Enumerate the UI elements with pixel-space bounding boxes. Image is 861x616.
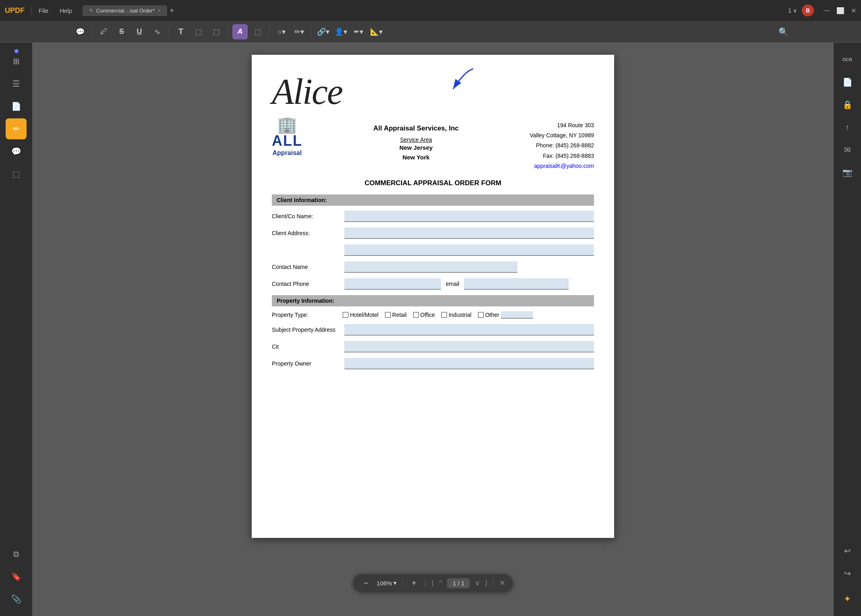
ai-assistant-btn[interactable]: ✦ xyxy=(837,589,858,610)
snapshot-btn[interactable]: 📷 xyxy=(837,162,858,183)
redo-btn[interactable]: ↪ xyxy=(837,563,858,584)
sidebar-pages[interactable]: 📄 xyxy=(6,96,27,117)
other-checkbox[interactable] xyxy=(478,312,484,318)
contact-phone-field[interactable] xyxy=(344,278,441,289)
sidebar-edit[interactable]: ✏ xyxy=(6,118,27,139)
subject-address-field[interactable] xyxy=(344,324,594,335)
user-avatar[interactable]: B xyxy=(802,4,814,17)
sidebar-toc[interactable]: ☰ xyxy=(6,73,27,94)
industrial-checkbox[interactable] xyxy=(441,312,447,318)
checkbox-industrial: Industrial xyxy=(441,312,472,318)
ocr-btn[interactable]: OCR xyxy=(837,49,858,70)
office-label: Office xyxy=(420,312,435,318)
form-row-contact-phone: Contact Phone email xyxy=(272,278,594,289)
highlight-tool-active[interactable]: A xyxy=(232,24,248,39)
underline-tool[interactable]: U xyxy=(132,24,147,39)
company-name: All Appraisal Services, Inc xyxy=(319,124,513,132)
sign-tool[interactable]: ✒▾ xyxy=(351,24,366,39)
wavy-underline-tool[interactable]: ∿ xyxy=(149,24,165,39)
office-checkbox[interactable] xyxy=(413,312,419,318)
zoom-in-btn[interactable]: + xyxy=(408,577,420,589)
sidebar-layers[interactable]: ⧉ xyxy=(6,544,27,564)
fax: Fax: (845) 268-8883 xyxy=(530,151,594,161)
address-1: 194 Route 303 xyxy=(530,120,594,130)
search-btn[interactable]: 🔍 xyxy=(778,27,789,37)
contact-name-label: Contact Name xyxy=(272,264,344,270)
menu-file[interactable]: File xyxy=(35,6,52,16)
zoom-level: 106% ▾ xyxy=(377,579,397,587)
sidebar-thumbnails[interactable]: ⊞ xyxy=(6,51,27,72)
contact-info: 194 Route 303 Valley Cottage, NY 10989 P… xyxy=(530,116,594,171)
other-label: Other xyxy=(485,312,499,318)
strikethrough-tool[interactable]: S xyxy=(114,24,129,39)
section-client-header: Client Information: xyxy=(272,194,594,206)
sidebar-attachment[interactable]: 📎 xyxy=(6,589,27,610)
city-label: Cit xyxy=(272,343,344,350)
stamp-tool[interactable]: ⬚ xyxy=(250,24,265,39)
page-indicator[interactable]: 1 ∨ xyxy=(788,7,797,14)
nav-prev-btn[interactable]: ^ xyxy=(439,579,442,587)
form-title: COMMERCIAL APPRAISAL ORDER FORM xyxy=(272,179,594,187)
sep3 xyxy=(228,26,228,37)
tab-doc-icon: ✎ xyxy=(89,8,93,13)
client-address-field[interactable] xyxy=(344,227,594,239)
comment-tool[interactable]: 💬 xyxy=(72,24,88,39)
nav-next-btn[interactable]: ∨ xyxy=(475,579,480,587)
contact-name-field[interactable] xyxy=(344,261,517,273)
email-label: email xyxy=(446,281,459,287)
draw-tool[interactable]: ✏▾ xyxy=(292,24,307,39)
person-tool[interactable]: 👤▾ xyxy=(333,24,348,39)
zoom-bar: − 106% ▾ | + | ⟨ ^ 1 / 1 ∨ ⟩ | ✕ xyxy=(353,574,513,592)
shape-tool[interactable]: ○▾ xyxy=(274,24,289,39)
phone: Phone: (845) 268-8882 xyxy=(530,141,594,151)
nav-last-btn[interactable]: ⟩ xyxy=(485,579,488,587)
hotel-checkbox[interactable] xyxy=(343,312,348,318)
highlight-pen-tool[interactable]: 🖊 xyxy=(96,24,112,39)
retail-label: Retail xyxy=(392,312,407,318)
city-field[interactable] xyxy=(344,341,594,352)
measure-tool[interactable]: 📐▾ xyxy=(368,24,384,39)
contact-email-field[interactable] xyxy=(464,278,569,289)
signature: Alice xyxy=(272,71,594,112)
form-row-client-name: Client/Co Name: xyxy=(272,211,594,222)
form-row-property-owner: Property Owner xyxy=(272,358,594,369)
left-sidebar: ⊞ ☰ 📄 ✏ 💬 ⬚ ⧉ 🔖 📎 xyxy=(0,43,32,616)
client-name-field[interactable] xyxy=(344,211,594,222)
extract-btn[interactable]: 📄 xyxy=(837,72,858,93)
text-tool[interactable]: T xyxy=(173,24,188,39)
page-display: 1 / 1 xyxy=(447,578,470,588)
email-link[interactable]: appraisalK@yahoo.com xyxy=(530,161,594,171)
sidebar-comment[interactable]: 💬 xyxy=(6,141,27,162)
other-field[interactable] xyxy=(501,311,533,318)
tab-close-btn[interactable]: × xyxy=(158,8,160,13)
property-type-label: Property Type: xyxy=(272,312,336,318)
textbox-tool[interactable]: ⬚ xyxy=(191,24,206,39)
doc-area: Alice 🏢 ALL Appraisal All Appraisal Serv… xyxy=(32,43,834,616)
property-owner-field[interactable] xyxy=(344,358,594,369)
send-email-btn[interactable]: ✉ xyxy=(837,139,858,160)
maximize-btn[interactable]: ⬜ xyxy=(836,7,844,14)
new-tab-btn[interactable]: + xyxy=(170,6,174,15)
nav-first-btn[interactable]: ⟨ xyxy=(431,579,434,587)
sep2 xyxy=(169,26,169,37)
minimize-btn[interactable]: — xyxy=(824,7,830,14)
protect-btn[interactable]: 🔒 xyxy=(837,94,858,115)
notification-dot xyxy=(14,49,19,53)
undo-btn[interactable]: ↩ xyxy=(837,540,858,561)
document-tab[interactable]: ✎ Commercial ...isal Order* × xyxy=(83,5,167,16)
client-address-field2[interactable] xyxy=(344,244,594,256)
client-name-label: Client/Co Name: xyxy=(272,213,344,219)
retail-checkbox[interactable] xyxy=(385,312,391,318)
link-tool[interactable]: 🔗▾ xyxy=(315,24,331,39)
logo-all-text: ALL xyxy=(272,132,302,149)
sep1 xyxy=(92,26,92,37)
zoom-close-btn[interactable]: ✕ xyxy=(499,579,505,587)
zoom-out-btn[interactable]: − xyxy=(360,577,372,589)
company-info: All Appraisal Services, Inc Service Area… xyxy=(319,116,513,162)
sidebar-form[interactable]: ⬚ xyxy=(6,163,27,184)
menu-help[interactable]: Help xyxy=(56,6,76,16)
close-btn[interactable]: ✕ xyxy=(851,7,856,14)
share-btn[interactable]: ↑ xyxy=(837,117,858,138)
insert-text-tool[interactable]: ⬚ xyxy=(209,24,224,39)
sidebar-bookmark[interactable]: 🔖 xyxy=(6,566,27,587)
